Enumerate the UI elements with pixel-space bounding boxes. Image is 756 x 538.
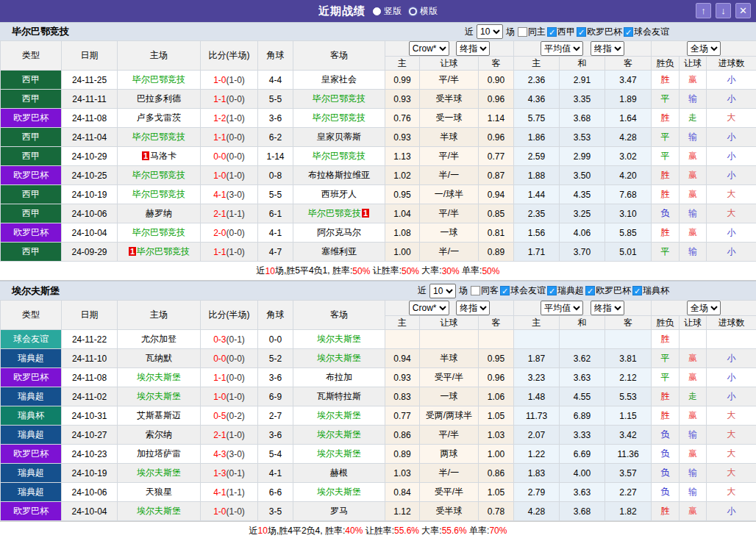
same-venue-checkbox[interactable]: 同主 bbox=[518, 26, 546, 38]
final-average-select[interactable]: 终指 bbox=[591, 301, 624, 315]
odds-away: 0.95 bbox=[479, 349, 514, 368]
window-titlebar: 近期战绩 竖版 横版 ↑ ↓ ✕ bbox=[0, 0, 756, 22]
avg-away-odds: 5.53 bbox=[605, 387, 652, 406]
odds-source-select[interactable]: Crow* bbox=[409, 41, 449, 56]
summary-text: 大率: bbox=[419, 525, 442, 537]
odds-away: 0.96 bbox=[479, 128, 514, 147]
odds-away: 0.86 bbox=[479, 464, 514, 483]
handicap-line: 平/半 bbox=[420, 147, 479, 166]
team-name: 塞维利亚 bbox=[321, 246, 357, 257]
col-header-type: 类型 bbox=[1, 41, 62, 71]
team-name: 毕尔巴鄂竞技 bbox=[313, 151, 365, 161]
match-date: 24-11-04 bbox=[62, 128, 118, 147]
radio-unselected-icon[interactable] bbox=[409, 7, 417, 15]
league-filter-checkbox[interactable]: ✓西甲 bbox=[547, 26, 575, 38]
halftime-score: (0-1) bbox=[227, 334, 245, 345]
match-date: 24-10-06 bbox=[62, 483, 118, 502]
scope-group-header: 全场 bbox=[652, 301, 756, 316]
handicap-line: 一/球半 bbox=[420, 185, 479, 204]
result-goals: 小 bbox=[707, 128, 756, 147]
league-badge: 欧罗巴杯 bbox=[1, 223, 62, 243]
league-filter-checkbox[interactable]: ✓欧罗巴杯 bbox=[577, 26, 622, 38]
sub-header-handicap-result: 让球 bbox=[680, 316, 707, 330]
scope-select[interactable]: 全场 bbox=[687, 41, 721, 56]
match-row: 西甲24-09-291毕尔巴鄂竞技1-1(1-0)4-7塞维利亚1.00半/一0… bbox=[1, 243, 756, 262]
halftime-score: (1-1) bbox=[227, 487, 245, 498]
sub-header-avg-away: 客 bbox=[605, 316, 652, 330]
team-name: 埃尔夫斯堡 bbox=[317, 334, 361, 344]
handicap-line: 一球 bbox=[420, 223, 479, 243]
fulltime-score: 2-0 bbox=[213, 228, 226, 238]
summary-stat-value: 55.6% bbox=[394, 526, 419, 536]
final-odds-select[interactable]: 终指 bbox=[456, 301, 490, 315]
checkbox-checked-icon[interactable]: ✓ bbox=[632, 286, 642, 295]
score-cell: 1-1(0-0) bbox=[201, 90, 258, 109]
result-goals: 小 bbox=[707, 502, 756, 521]
avg-home-odds: 1.44 bbox=[514, 185, 560, 204]
checkbox-checked-icon[interactable]: ✓ bbox=[547, 27, 557, 37]
final-odds-select[interactable]: 终指 bbox=[456, 41, 490, 56]
sub-header-avg-home: 主 bbox=[514, 57, 560, 71]
summary-text: 近 bbox=[257, 265, 265, 277]
checkbox-checked-icon[interactable]: ✓ bbox=[624, 27, 633, 37]
odds-away: 0.96 bbox=[479, 90, 514, 109]
average-select[interactable]: 平均值 bbox=[541, 41, 583, 56]
league-filter-checkbox[interactable]: ✓球会友谊 bbox=[500, 284, 546, 297]
league-filter-list: 同客✓球会友谊✓瑞典超✓欧罗巴杯✓瑞典杯 bbox=[471, 284, 669, 297]
league-filter-checkbox[interactable]: ✓瑞典超 bbox=[547, 284, 584, 297]
score-cell: 1-3(0-1) bbox=[201, 464, 258, 483]
average-select[interactable]: 平均值 bbox=[541, 301, 583, 315]
final-average-select[interactable]: 终指 bbox=[591, 41, 624, 56]
handicap-line: 两球 bbox=[420, 445, 479, 464]
result-handicap: 赢 bbox=[680, 71, 707, 90]
checkbox-checked-icon[interactable]: ✓ bbox=[585, 286, 595, 295]
team-name: 尤尔加登 bbox=[141, 334, 176, 344]
result-goals: 小 bbox=[707, 243, 756, 262]
checkbox-label: 球会友谊 bbox=[634, 26, 669, 38]
avg-draw-odds: 3.68 bbox=[560, 109, 605, 128]
summary-stat-value: 30% bbox=[442, 266, 460, 276]
result-outcome: 胜 bbox=[652, 387, 680, 406]
filter-prefix-label: 近 bbox=[465, 26, 474, 38]
halftime-score: (1-0) bbox=[227, 75, 245, 85]
result-outcome: 负 bbox=[652, 445, 680, 464]
result-outcome: 平 bbox=[652, 349, 680, 368]
radio-selected-icon[interactable] bbox=[373, 7, 381, 15]
match-count-select[interactable]: 10 bbox=[429, 284, 456, 298]
layout-radio-horizontal[interactable]: 横版 bbox=[409, 5, 438, 18]
league-filter-checkbox[interactable]: ✓球会友谊 bbox=[624, 26, 669, 38]
match-date: 24-10-31 bbox=[62, 406, 118, 426]
league-filter-checkbox[interactable]: ✓欧罗巴杯 bbox=[585, 284, 631, 297]
checkbox-checked-icon[interactable]: ✓ bbox=[547, 286, 557, 295]
match-count-select[interactable]: 10 bbox=[477, 24, 503, 39]
result-outcome: 胜 bbox=[652, 330, 680, 349]
result-handicap: 走 bbox=[680, 109, 707, 128]
away-team-cell: 西班牙人 bbox=[293, 185, 385, 204]
result-outcome: 平 bbox=[652, 368, 680, 387]
filter-suffix-label: 场 bbox=[459, 284, 468, 297]
checkbox-label: 瑞典超 bbox=[557, 284, 584, 297]
odds-away: 1.05 bbox=[479, 483, 514, 502]
checkbox-checked-icon[interactable]: ✓ bbox=[500, 286, 510, 295]
checkbox-unchecked-icon[interactable] bbox=[518, 27, 527, 37]
move-up-button[interactable]: ↑ bbox=[696, 3, 711, 18]
move-down-button[interactable]: ↓ bbox=[716, 3, 731, 18]
league-filter-checkbox[interactable]: ✓瑞典杯 bbox=[632, 284, 669, 297]
summary-text: 场,胜4平2负4, 胜率: bbox=[268, 525, 345, 537]
same-venue-checkbox[interactable]: 同客 bbox=[471, 284, 499, 297]
odds-source-select[interactable]: Crow* bbox=[409, 301, 449, 315]
col-header-home: 主场 bbox=[118, 301, 201, 330]
result-outcome: 负 bbox=[652, 464, 680, 483]
col-header-away: 客场 bbox=[293, 41, 385, 71]
odds-away bbox=[479, 330, 514, 349]
odds-home: 1.08 bbox=[385, 223, 420, 243]
layout-radio-vertical[interactable]: 竖版 bbox=[373, 5, 402, 18]
checkbox-unchecked-icon[interactable] bbox=[471, 286, 480, 295]
match-row: 瑞典超24-10-27索尔纳2-1(1-0)3-6埃尔夫斯堡0.86平/半1.0… bbox=[1, 426, 756, 445]
close-button[interactable]: ✕ bbox=[735, 3, 751, 18]
checkbox-checked-icon[interactable]: ✓ bbox=[577, 27, 586, 37]
sub-header-avg-home: 主 bbox=[514, 316, 560, 330]
avg-draw-odds: 4.06 bbox=[560, 223, 605, 243]
section-team-name: 毕尔巴鄂竞技 bbox=[12, 25, 69, 38]
scope-select[interactable]: 全场 bbox=[687, 301, 721, 315]
